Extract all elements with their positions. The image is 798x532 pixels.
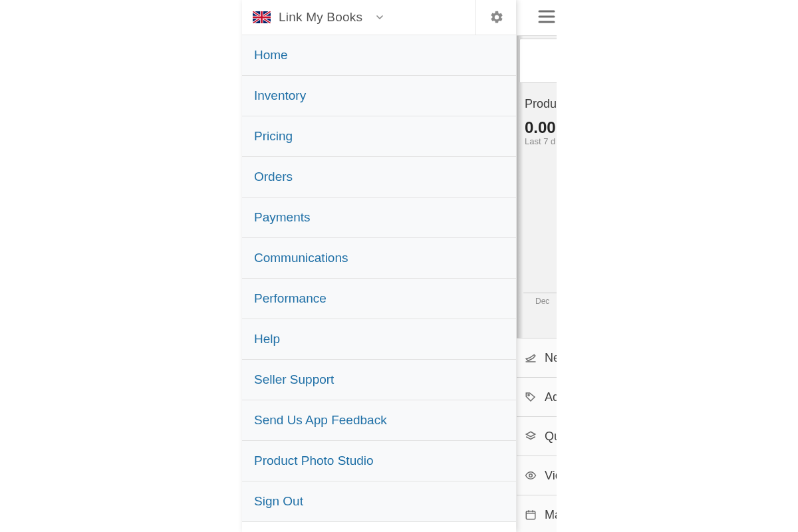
nav-item-home[interactable]: Home — [242, 35, 516, 75]
nav-drawer: Link My Books Home Inventory Pricing Ord… — [242, 0, 516, 532]
nav-item-payments[interactable]: Payments — [242, 198, 516, 237]
chart-tick-label: Dec — [535, 297, 549, 306]
quick-action-label: Ma — [545, 508, 557, 522]
nav-item-sign-out[interactable]: Sign Out — [242, 481, 516, 521]
nav-item-seller-support[interactable]: Seller Support — [242, 360, 516, 400]
metric-subtext: Last 7 d — [525, 136, 555, 146]
nav-item-performance[interactable]: Performance — [242, 279, 516, 319]
svg-point-4 — [529, 474, 533, 477]
svg-rect-10 — [253, 17, 271, 19]
account-name: Link My Books — [279, 10, 362, 25]
metric-title: Produ — [525, 97, 557, 111]
metric-value: 0.00 — [525, 118, 556, 137]
svg-rect-5 — [526, 511, 535, 519]
nav-item-app-feedback[interactable]: Send Us App Feedback — [242, 400, 516, 440]
nav-item-pricing[interactable]: Pricing — [242, 116, 516, 156]
chart-baseline — [523, 293, 557, 293]
tag-icon — [523, 391, 538, 403]
quick-action-label: Ad — [545, 390, 557, 404]
kpi-value: 0 — [528, 46, 557, 65]
nav-item-photo-studio[interactable]: Product Photo Studio — [242, 441, 516, 481]
quick-action-label: Qu — [545, 430, 557, 444]
nav-menu: Home Inventory Pricing Orders Payments C… — [242, 35, 516, 522]
nav-item-inventory[interactable]: Inventory — [242, 76, 516, 116]
quick-action-row: Ad — [517, 377, 557, 416]
quick-action-row: Ma — [517, 495, 557, 532]
nav-item-help[interactable]: Help — [242, 319, 516, 359]
background-topbar — [517, 0, 557, 36]
stack-icon — [523, 430, 538, 442]
quick-action-row: Ne — [517, 338, 557, 377]
quick-action-row: Qu — [517, 416, 557, 456]
chevron-down-icon — [374, 12, 385, 23]
account-switcher[interactable] — [374, 12, 385, 23]
eye-icon — [523, 469, 538, 481]
nav-item-communications[interactable]: Communications — [242, 238, 516, 278]
quick-action-label: Ne — [545, 351, 557, 365]
quick-action-label: Vie — [545, 469, 557, 483]
svg-point-3 — [528, 394, 529, 396]
hamburger-icon — [538, 10, 555, 26]
kpi-label: Sal — [528, 66, 557, 78]
takeoff-icon — [523, 352, 538, 364]
background-app: 0 Sal Produ 0.00 Last 7 d Dec Ne Ad Qu V… — [517, 0, 557, 532]
uk-flag-icon — [253, 11, 271, 23]
calendar-icon — [523, 509, 538, 521]
settings-button[interactable] — [487, 7, 507, 27]
kpi-card: 0 Sal — [519, 39, 557, 83]
drawer-header: Link My Books — [242, 0, 516, 35]
quick-action-row: Vie — [517, 456, 557, 495]
nav-item-orders[interactable]: Orders — [242, 157, 516, 197]
gear-icon — [489, 10, 504, 25]
